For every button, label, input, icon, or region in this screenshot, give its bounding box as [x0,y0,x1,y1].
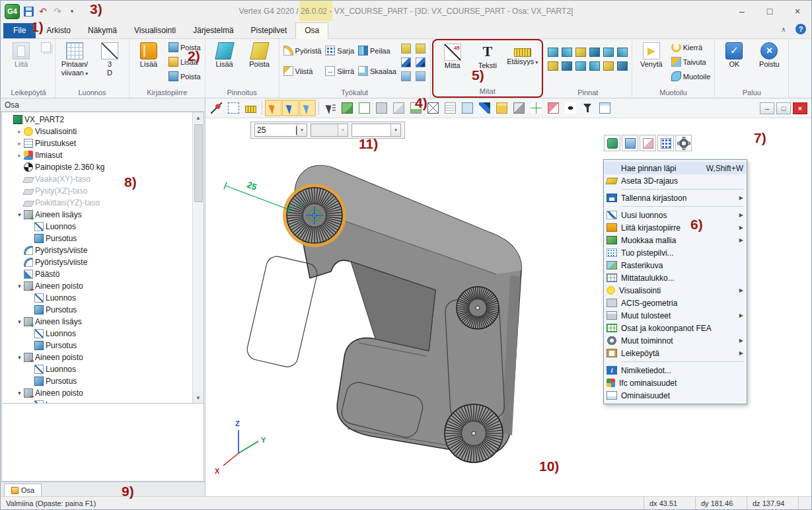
tab-file[interactable]: File [3,23,36,38]
probe-button[interactable] [657,135,674,151]
menu-item[interactable]: ACIS-geometria [605,297,746,309]
pinnat-tool-9-button[interactable] [575,59,587,72]
tree-expander-icon[interactable]: ▾ [15,283,24,289]
tree-item[interactable]: Pursotus [2,233,192,244]
child-close-button[interactable]: × [793,102,807,114]
stretch-button[interactable]: Venytä [635,40,668,68]
local-axes-button[interactable] [528,100,544,116]
tree-expander-icon[interactable]: ▸ [15,140,24,147]
distance-button[interactable]: Etäisyys [506,42,539,67]
tree-item[interactable]: Päästö [2,268,192,280]
menu-item[interactable]: Nimiketiedot... [605,364,746,377]
mirror-button[interactable]: Peilaa [357,44,398,57]
paste-button[interactable]: Liitä [5,40,38,68]
save-button[interactable] [22,5,35,18]
tree-item[interactable]: ▾Aineen lisäys [2,209,192,221]
surface-shade-button[interactable] [604,135,620,151]
shaded-view-button[interactable] [339,100,355,116]
menu-item[interactable]: Muut tulosteet▶ [605,309,746,322]
export-window-button[interactable] [597,100,613,116]
pattern-button[interactable]: Sarja [324,44,355,57]
tree-item[interactable]: ▾Aineen lisäys [2,316,192,328]
app-logo[interactable]: G4 [5,4,20,19]
tree-item[interactable]: Vaaka(XY)-taso [2,173,192,185]
tree-expander-icon[interactable]: ▸ [15,152,24,159]
menu-item[interactable]: Liitä kirjastopiirre▶ [605,221,746,234]
scroll-up-icon[interactable]: ▲ [193,112,203,123]
dimension-button[interactable]: Mitta [436,42,469,69]
tree-expander-icon[interactable]: ▸ [15,128,24,135]
knurled-boss-middle[interactable] [457,287,499,329]
tyokalut-extra-5-button[interactable] [414,56,427,69]
tree-item[interactable]: ▸Ilmiasut [2,149,192,161]
tree-item[interactable]: VX_PART2 [2,114,192,126]
measure-button[interactable] [242,100,259,116]
tree-expander-icon[interactable]: ▾ [15,390,24,396]
tree-item[interactable]: ▸Visualisointi [2,126,192,137]
tab-arkisto[interactable]: Arkisto [38,23,79,38]
tree-item[interactable]: ▸Piirustukset [2,137,192,149]
menu-item[interactable]: Ifc ominaisuudet [605,377,746,389]
menu-item[interactable]: Muut toiminnot▶ [605,334,746,347]
pinnat-tool-12-button[interactable] [616,59,629,72]
minimize-button[interactable]: – [728,1,756,21]
library-add-button[interactable]: Lisää [132,40,165,68]
pinnat-tool-3-button[interactable] [575,46,587,58]
menu-item[interactable]: Tuo pistepilvi... [605,246,746,259]
close-button[interactable]: × [784,1,811,21]
dimension-dropdown-icon[interactable] [297,124,307,136]
pinnat-tool-1-button[interactable] [547,46,560,58]
tree-item[interactable]: Pursotus [2,304,192,316]
tree-item[interactable]: Luonnos [2,328,192,340]
sketch-pen-button[interactable] [476,100,493,116]
settings-gear-button[interactable] [675,135,692,151]
tree-item[interactable]: ▾Aineen poisto [2,387,192,399]
surface-new-button[interactable] [622,135,638,151]
shape-button[interactable]: Muotoile [670,69,712,83]
3d-canvas[interactable]: 25 Z Y X [205,118,811,496]
tree-item[interactable]: Pyöristys/viiste [2,244,192,256]
tyokalut-extra-6-button[interactable] [414,70,427,83]
quick-access-more-button[interactable]: ▾ [65,5,79,18]
library-remove-button[interactable]: Poista [167,40,202,54]
fillet-button[interactable]: Pyöristä [282,44,323,57]
tab-järjestelmä[interactable]: Järjestelmä [184,23,242,38]
rotate-button[interactable]: Kierrä [670,40,712,54]
coating-add-button[interactable]: Lisää [208,40,241,68]
pinnat-tool-4-button[interactable] [589,46,601,58]
select-options-button[interactable] [322,100,338,116]
face-shade-view-button[interactable] [408,100,424,116]
library-remove-small-button[interactable]: Poista [167,69,202,83]
shaded-edges-view-button[interactable] [356,100,373,116]
pin-button[interactable] [208,100,225,116]
tree-item[interactable]: Luonnos [2,221,192,233]
filter-button[interactable] [579,100,596,116]
coating-remove-button[interactable]: Poista [243,40,276,68]
pinnat-tool-8-button[interactable] [561,59,573,72]
selection-box-button[interactable] [225,100,242,116]
menu-item[interactable]: Visualisointi▶ [605,284,746,297]
tree-item[interactable]: Painopiste 2.360 kg [2,161,192,173]
exit-button[interactable]: Poistu [753,40,786,68]
collapse-ribbon-button[interactable]: ∧ [778,24,789,34]
tree-item[interactable]: Luonnos [2,363,192,375]
menu-item[interactable]: Ominaisuudet [605,389,746,402]
pinnat-tool-7-button[interactable] [547,59,560,72]
scrollbar-thumb[interactable] [194,124,203,202]
menu-item[interactable]: Rasterikuva [605,259,746,272]
tab-näkymä[interactable]: Näkymä [79,23,126,38]
tree-item[interactable]: Poikittais(YZ)-taso [2,197,192,209]
hidden-line-view-button[interactable] [373,100,390,116]
tab-visualisointi[interactable]: Visualisointi [126,23,184,38]
tyokalut-extra-1-button[interactable] [400,42,413,55]
menu-item[interactable]: Tallenna kirjastoon▶ [605,192,746,204]
scale-button[interactable]: Skaalaa [357,64,398,78]
wireframe-view-button[interactable] [425,100,441,116]
tab-osa[interactable]: Osa [295,22,328,39]
menu-item[interactable]: Osat ja kokoonpanot FEA [605,322,746,334]
text-button[interactable]: Teksti [471,42,504,69]
tree-expander-icon[interactable]: ▾ [15,318,24,325]
eraser-button[interactable] [545,100,562,116]
tyokalut-extra-2-button[interactable] [400,56,413,69]
snap-geometry-button[interactable] [282,100,299,116]
